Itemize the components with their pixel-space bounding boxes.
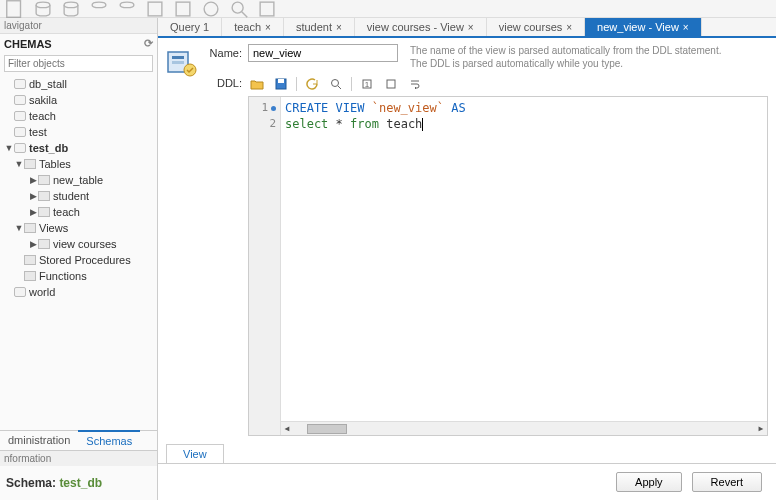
save-icon[interactable] xyxy=(272,76,290,92)
ddl-row: DDL: 1 xyxy=(206,74,768,436)
editor-tab[interactable]: view courses - View× xyxy=(355,18,487,36)
close-icon[interactable]: × xyxy=(566,22,572,33)
tab-view[interactable]: View xyxy=(166,444,224,463)
tree-node[interactable]: db_stall xyxy=(0,76,157,92)
sql-editor[interactable]: 1 2 CREATE VIEW `new_view` AS select * f… xyxy=(248,96,768,436)
svg-text:1: 1 xyxy=(365,80,370,89)
tree-node[interactable]: ▶new_table xyxy=(0,172,157,188)
svg-point-17 xyxy=(332,80,339,87)
separator xyxy=(351,77,352,91)
tool-icon[interactable] xyxy=(88,2,110,16)
find-icon[interactable] xyxy=(327,76,345,92)
tab-schemas[interactable]: Schemas xyxy=(78,430,140,450)
tool-icon[interactable] xyxy=(172,2,194,16)
editor-tab[interactable]: student× xyxy=(284,18,355,36)
sidebar-tabs: dministration Schemas xyxy=(0,430,157,450)
tree-node[interactable]: ▼Views xyxy=(0,220,157,236)
tool-icon[interactable] xyxy=(4,2,26,16)
tree-node[interactable]: test xyxy=(0,124,157,140)
close-icon[interactable]: × xyxy=(336,22,342,33)
filter-row xyxy=(4,55,153,72)
editor-tab[interactable]: new_view - View× xyxy=(585,18,702,36)
schema-info: Schema: test_db xyxy=(0,466,157,500)
close-icon[interactable]: × xyxy=(265,22,271,33)
editor-tab[interactable]: teach× xyxy=(222,18,284,36)
svg-rect-12 xyxy=(172,56,184,59)
svg-point-1 xyxy=(36,2,50,8)
ddl-label: DDL: xyxy=(206,74,248,89)
refresh-icon[interactable]: ⟳ xyxy=(144,37,153,50)
marker-icon xyxy=(271,106,276,111)
wrap-icon[interactable] xyxy=(406,76,424,92)
svg-rect-5 xyxy=(148,2,162,16)
svg-point-2 xyxy=(64,2,78,8)
tool-icon[interactable] xyxy=(144,2,166,16)
app-toolbar xyxy=(0,0,776,18)
svg-rect-6 xyxy=(176,2,190,16)
close-icon[interactable]: × xyxy=(468,22,474,33)
scroll-thumb[interactable] xyxy=(307,424,347,434)
sql-code[interactable]: CREATE VIEW `new_view` AS select * from … xyxy=(281,97,767,435)
tool-icon[interactable] xyxy=(32,2,54,16)
schema-tree[interactable]: db_stallsakilateachtest▼test_db▼Tables▶n… xyxy=(0,74,157,430)
line-gutter: 1 2 xyxy=(249,97,281,435)
main-area: Query 1teach×student×view courses - View… xyxy=(158,18,776,500)
editor-tabs: Query 1teach×student×view courses - View… xyxy=(158,18,776,38)
tree-node[interactable]: ▼test_db xyxy=(0,140,157,156)
tree-node[interactable]: Stored Procedures xyxy=(0,252,157,268)
schemas-label: CHEMAS xyxy=(4,38,52,50)
revert-icon[interactable] xyxy=(303,76,321,92)
text-cursor xyxy=(422,118,423,131)
separator xyxy=(296,77,297,91)
schema-value: test_db xyxy=(59,476,102,490)
information-header: nformation xyxy=(0,450,157,466)
schemas-header: CHEMAS ⟳ xyxy=(0,34,157,53)
toggle-icon[interactable] xyxy=(382,76,400,92)
tool-icon[interactable] xyxy=(256,2,278,16)
open-icon[interactable] xyxy=(248,76,266,92)
scroll-left-icon[interactable]: ◀ xyxy=(281,424,293,433)
svg-point-4 xyxy=(120,2,134,8)
tab-administration[interactable]: dministration xyxy=(0,431,78,450)
schema-key: Schema: xyxy=(6,476,56,490)
svg-rect-16 xyxy=(278,79,284,83)
lower-tabs: View xyxy=(158,444,776,464)
view-name-input[interactable] xyxy=(248,44,398,62)
tool-icon[interactable] xyxy=(116,2,138,16)
tree-node[interactable]: ▶student xyxy=(0,188,157,204)
horizontal-scrollbar[interactable]: ◀ ▶ xyxy=(281,421,767,435)
tool-icon[interactable] xyxy=(200,2,222,16)
apply-button[interactable]: Apply xyxy=(616,472,682,492)
filter-input[interactable] xyxy=(4,55,153,72)
svg-rect-21 xyxy=(387,80,395,88)
svg-point-7 xyxy=(204,2,218,16)
navigator-label: lavigator xyxy=(4,20,42,31)
tree-node[interactable]: ▶teach xyxy=(0,204,157,220)
navigator-sidebar: lavigator CHEMAS ⟳ db_stallsakilateachte… xyxy=(0,18,158,500)
tree-node[interactable]: sakila xyxy=(0,92,157,108)
ddl-toolbar: 1 xyxy=(248,74,768,96)
navigator-title: lavigator xyxy=(0,18,157,34)
view-editor: Name: The name of the view is parsed aut… xyxy=(158,38,776,440)
tree-node[interactable]: ▶view courses xyxy=(0,236,157,252)
tree-node[interactable]: Functions xyxy=(0,268,157,284)
close-icon[interactable]: × xyxy=(683,22,689,33)
svg-point-3 xyxy=(92,2,106,8)
svg-rect-0 xyxy=(7,0,21,17)
editor-tab[interactable]: Query 1 xyxy=(158,18,222,36)
search-icon[interactable] xyxy=(228,2,250,16)
editor-tab[interactable]: view courses× xyxy=(487,18,585,36)
action-buttons: Apply Revert xyxy=(158,464,776,500)
svg-rect-13 xyxy=(172,61,184,64)
tree-node[interactable]: teach xyxy=(0,108,157,124)
beautify-icon[interactable]: 1 xyxy=(358,76,376,92)
view-icon xyxy=(166,48,198,80)
svg-line-9 xyxy=(242,11,248,17)
tool-icon[interactable] xyxy=(60,2,82,16)
svg-line-18 xyxy=(338,86,341,89)
scroll-right-icon[interactable]: ▶ xyxy=(755,424,767,433)
tree-node[interactable]: world xyxy=(0,284,157,300)
revert-button[interactable]: Revert xyxy=(692,472,762,492)
svg-point-8 xyxy=(232,2,243,13)
tree-node[interactable]: ▼Tables xyxy=(0,156,157,172)
